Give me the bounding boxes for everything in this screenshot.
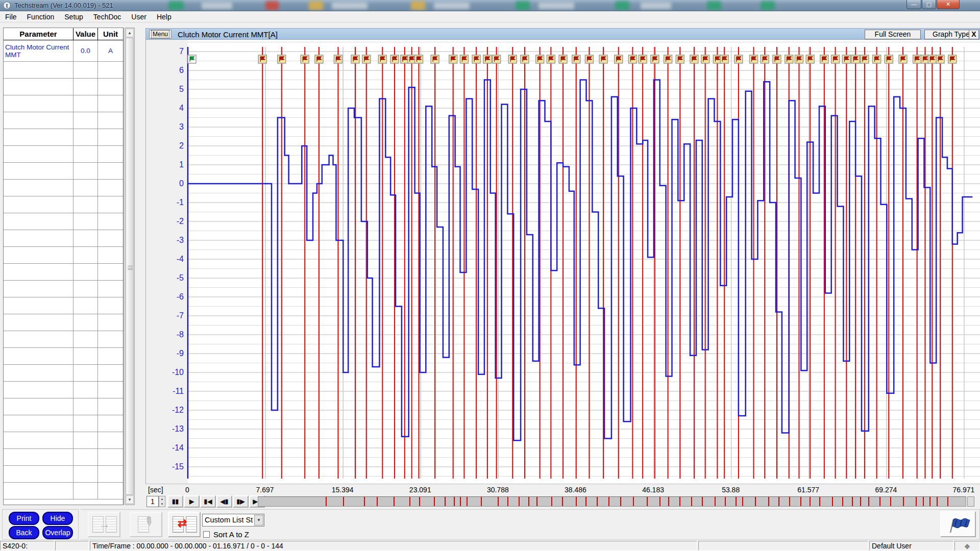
table-row-empty[interactable]: [4, 95, 123, 112]
spin-down-icon[interactable]: ▼: [159, 502, 165, 507]
trigger-flag-icon[interactable]: [521, 55, 529, 63]
trigger-flag-icon[interactable]: [547, 55, 555, 63]
trigger-flag-icon[interactable]: [351, 55, 359, 63]
trigger-flag-icon[interactable]: [861, 55, 869, 63]
trigger-flag-icon[interactable]: [885, 55, 893, 63]
overlap-button[interactable]: Overlap: [42, 526, 73, 539]
trigger-flag-icon[interactable]: [773, 55, 781, 63]
menu-item-setup[interactable]: Setup: [59, 11, 88, 22]
list-select-dropdown[interactable]: Custom List St ▼: [202, 514, 264, 527]
chart-plot-area[interactable]: 76543210-1-2-3-4-5-6-7-8-9-10-11-12-13-1…: [145, 40, 980, 484]
sort-checkbox[interactable]: [203, 531, 210, 538]
speed-spinner[interactable]: ▲ ▼: [159, 496, 165, 507]
table-row-empty[interactable]: [4, 196, 123, 213]
trigger-flag-icon[interactable]: [449, 55, 457, 63]
spin-up-icon[interactable]: ▲: [159, 496, 165, 502]
trigger-flag-icon[interactable]: [761, 55, 769, 63]
scroll-up-icon[interactable]: ▲: [126, 29, 134, 37]
trigger-flag-icon[interactable]: [913, 55, 921, 63]
trigger-flag-icon[interactable]: [599, 55, 607, 63]
trigger-flag-icon[interactable]: [415, 55, 423, 63]
trigger-flag-icon[interactable]: [690, 55, 698, 63]
table-row-empty[interactable]: [4, 382, 123, 398]
trigger-flag-icon[interactable]: [734, 55, 743, 63]
table-row-empty[interactable]: [4, 62, 123, 79]
timeline-scrollbar[interactable]: [258, 496, 966, 507]
table-row-empty[interactable]: [4, 213, 123, 230]
pause-button[interactable]: ▮▮: [167, 495, 183, 508]
step-forward-button[interactable]: ▮▶: [233, 495, 249, 508]
table-row-empty[interactable]: [4, 348, 123, 365]
trigger-flag-icon[interactable]: [460, 55, 468, 63]
trigger-flag-icon[interactable]: [820, 55, 828, 63]
menu-item-user[interactable]: User: [126, 11, 152, 22]
table-row-empty[interactable]: [4, 415, 123, 432]
chevron-down-icon[interactable]: ▼: [254, 515, 263, 525]
trigger-flag-icon[interactable]: [278, 55, 286, 63]
trigger-flag-icon[interactable]: [928, 55, 936, 63]
trigger-flag-icon[interactable]: [431, 55, 439, 63]
table-row-empty[interactable]: [4, 483, 123, 499]
trigger-flag-icon[interactable]: [750, 55, 758, 63]
trigger-flag-icon[interactable]: [628, 55, 636, 63]
trigger-flag-icon[interactable]: [664, 55, 672, 63]
list-transfer-button[interactable]: →: [88, 512, 120, 537]
table-row-empty[interactable]: [4, 432, 123, 449]
menu-item-function[interactable]: Function: [22, 11, 60, 22]
table-row-empty[interactable]: [4, 180, 123, 196]
scrollbar-thumb[interactable]: [126, 38, 134, 495]
trigger-flag-icon[interactable]: [795, 55, 803, 63]
trigger-flag-icon[interactable]: [806, 55, 814, 63]
trigger-flag-icon[interactable]: [315, 55, 323, 63]
hide-button[interactable]: Hide: [42, 512, 73, 525]
timeline-endcap[interactable]: [967, 496, 974, 507]
table-row[interactable]: Clutch Motor Current MMT0.0A: [4, 40, 123, 62]
trigger-flag-icon[interactable]: [899, 55, 907, 63]
table-row-empty[interactable]: [4, 247, 123, 264]
trigger-flag-icon[interactable]: [676, 55, 684, 63]
trigger-flag-icon[interactable]: [720, 55, 728, 63]
table-row-empty[interactable]: [4, 112, 123, 129]
table-scrollbar[interactable]: ▲ ▼: [125, 28, 135, 505]
trigger-flag-icon[interactable]: [334, 55, 342, 63]
speed-input[interactable]: 1: [146, 496, 159, 507]
table-row-empty[interactable]: [4, 398, 123, 415]
trigger-flag-icon[interactable]: [651, 55, 659, 63]
start-marker-flag-icon[interactable]: [188, 55, 196, 63]
list-edit-button[interactable]: ✎: [130, 512, 162, 537]
table-row-empty[interactable]: [4, 449, 123, 466]
trigger-flag-icon[interactable]: [472, 55, 480, 63]
list-swap-button[interactable]: ⇄: [168, 512, 201, 537]
trigger-flag-icon[interactable]: [936, 55, 944, 63]
table-row-empty[interactable]: [4, 331, 123, 348]
table-row-empty[interactable]: [4, 230, 123, 247]
trigger-flag-icon[interactable]: [842, 55, 850, 63]
trigger-flag-icon[interactable]: [831, 55, 840, 63]
fullscreen-button[interactable]: Full Screen: [865, 30, 921, 39]
trigger-flag-icon[interactable]: [572, 55, 580, 63]
back-button[interactable]: Back: [9, 526, 39, 539]
skip-start-button[interactable]: ▮◀: [200, 495, 216, 508]
minimize-button[interactable]: —: [906, 0, 921, 9]
trigger-flag-icon[interactable]: [483, 55, 492, 63]
table-row-empty[interactable]: [4, 264, 123, 281]
play-button[interactable]: ▶: [184, 495, 200, 508]
table-row-empty[interactable]: [4, 466, 123, 483]
trigger-flag-icon[interactable]: [585, 55, 593, 63]
graph-close-button[interactable]: X: [969, 30, 979, 39]
table-row-empty[interactable]: [4, 129, 123, 146]
table-row-empty[interactable]: [4, 297, 123, 314]
menu-item-techdoc[interactable]: TechDoc: [88, 11, 126, 22]
table-row-empty[interactable]: [4, 365, 123, 382]
trigger-flag-icon[interactable]: [948, 55, 957, 63]
scroll-down-icon[interactable]: ▼: [126, 495, 134, 504]
trigger-flag-icon[interactable]: [493, 55, 501, 63]
table-row-empty[interactable]: [4, 79, 123, 95]
table-row-empty[interactable]: [4, 163, 123, 180]
menu-item-file[interactable]: File: [0, 11, 22, 22]
trigger-flag-icon[interactable]: [559, 55, 567, 63]
table-row-empty[interactable]: [4, 146, 123, 163]
step-back-button[interactable]: ◀▮: [216, 495, 232, 508]
maximize-button[interactable]: ▢: [922, 0, 936, 9]
graph-menu-button[interactable]: Menu: [149, 30, 172, 39]
